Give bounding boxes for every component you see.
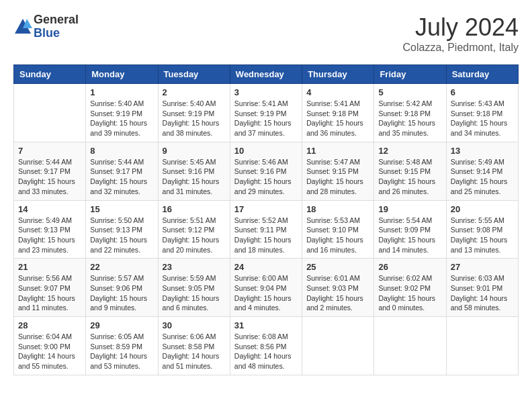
day-number: 15 [90, 204, 153, 214]
calendar-day-cell: 11Sunrise: 5:47 AMSunset: 9:15 PMDayligh… [302, 142, 374, 200]
calendar-day-cell [14, 84, 86, 142]
calendar-weekday-header: Tuesday [158, 65, 230, 84]
calendar-day-cell: 4Sunrise: 5:41 AMSunset: 9:18 PMDaylight… [302, 84, 374, 142]
calendar-day-cell: 13Sunrise: 5:49 AMSunset: 9:14 PMDayligh… [446, 142, 518, 200]
day-info: Sunrise: 5:50 AMSunset: 9:13 PMDaylight:… [90, 216, 153, 255]
calendar-week-row: 21Sunrise: 5:56 AMSunset: 9:07 PMDayligh… [14, 259, 519, 317]
day-info: Sunrise: 5:51 AMSunset: 9:12 PMDaylight:… [163, 216, 226, 255]
day-info: Sunrise: 5:45 AMSunset: 9:16 PMDaylight:… [163, 157, 226, 197]
day-info: Sunrise: 5:49 AMSunset: 9:14 PMDaylight:… [451, 157, 514, 197]
day-number: 12 [378, 146, 441, 156]
day-number: 30 [163, 320, 226, 330]
calendar-day-cell: 23Sunrise: 5:59 AMSunset: 9:05 PMDayligh… [158, 259, 230, 317]
calendar-week-row: 28Sunrise: 6:04 AMSunset: 9:00 PMDayligh… [14, 317, 519, 375]
day-number: 6 [451, 87, 514, 97]
calendar-body: 1Sunrise: 5:40 AMSunset: 9:19 PMDaylight… [14, 84, 519, 375]
day-number: 7 [18, 146, 81, 156]
day-number: 27 [451, 262, 514, 272]
calendar-day-cell: 28Sunrise: 6:04 AMSunset: 9:00 PMDayligh… [14, 317, 86, 375]
day-number: 2 [163, 87, 226, 97]
day-info: Sunrise: 6:03 AMSunset: 9:01 PMDaylight:… [451, 273, 514, 313]
day-info: Sunrise: 5:41 AMSunset: 9:19 PMDaylight:… [234, 99, 298, 138]
day-number: 25 [306, 262, 369, 272]
calendar-day-cell: 12Sunrise: 5:48 AMSunset: 9:15 PMDayligh… [374, 142, 446, 200]
logo-icon [13, 17, 32, 36]
day-info: Sunrise: 5:52 AMSunset: 9:11 PMDaylight:… [234, 216, 298, 255]
calendar-day-cell: 5Sunrise: 5:42 AMSunset: 9:18 PMDaylight… [374, 84, 446, 142]
calendar-day-cell: 26Sunrise: 6:02 AMSunset: 9:02 PMDayligh… [374, 259, 446, 317]
calendar-day-cell: 10Sunrise: 5:46 AMSunset: 9:16 PMDayligh… [230, 142, 302, 200]
calendar-day-cell: 19Sunrise: 5:54 AMSunset: 9:09 PMDayligh… [374, 200, 446, 259]
calendar-day-cell: 2Sunrise: 5:40 AMSunset: 9:19 PMDaylight… [158, 84, 230, 142]
day-info: Sunrise: 5:55 AMSunset: 9:08 PMDaylight:… [451, 216, 514, 255]
calendar-day-cell [446, 317, 518, 375]
day-number: 20 [451, 204, 514, 214]
day-number: 4 [306, 87, 369, 97]
day-number: 31 [234, 320, 298, 330]
day-number: 26 [378, 262, 441, 272]
day-number: 3 [234, 87, 298, 97]
calendar-weekday-header: Thursday [302, 65, 374, 84]
day-info: Sunrise: 5:40 AMSunset: 9:19 PMDaylight:… [163, 99, 226, 138]
day-info: Sunrise: 6:08 AMSunset: 8:56 PMDaylight:… [234, 332, 298, 371]
day-info: Sunrise: 5:40 AMSunset: 9:19 PMDaylight:… [90, 99, 153, 138]
day-info: Sunrise: 6:00 AMSunset: 9:04 PMDaylight:… [234, 273, 298, 313]
day-number: 16 [163, 204, 226, 214]
calendar-day-cell: 30Sunrise: 6:06 AMSunset: 8:58 PMDayligh… [158, 317, 230, 375]
day-number: 1 [90, 87, 153, 97]
day-number: 24 [234, 262, 298, 272]
calendar-day-cell: 8Sunrise: 5:44 AMSunset: 9:17 PMDaylight… [86, 142, 158, 200]
day-number: 29 [90, 320, 153, 330]
calendar-day-cell: 16Sunrise: 5:51 AMSunset: 9:12 PMDayligh… [158, 200, 230, 259]
day-info: Sunrise: 5:49 AMSunset: 9:13 PMDaylight:… [18, 216, 81, 255]
day-info: Sunrise: 5:41 AMSunset: 9:18 PMDaylight:… [306, 99, 369, 138]
calendar-week-row: 7Sunrise: 5:44 AMSunset: 9:17 PMDaylight… [14, 142, 519, 200]
calendar-table: SundayMondayTuesdayWednesdayThursdayFrid… [13, 64, 519, 375]
calendar-day-cell: 15Sunrise: 5:50 AMSunset: 9:13 PMDayligh… [86, 200, 158, 259]
calendar-week-row: 14Sunrise: 5:49 AMSunset: 9:13 PMDayligh… [14, 200, 519, 259]
calendar-day-cell: 21Sunrise: 5:56 AMSunset: 9:07 PMDayligh… [14, 259, 86, 317]
day-number: 21 [18, 262, 81, 272]
calendar-weekday-header: Wednesday [230, 65, 302, 84]
day-info: Sunrise: 5:47 AMSunset: 9:15 PMDaylight:… [306, 157, 369, 197]
logo: General Blue [13, 13, 79, 40]
day-number: 17 [234, 204, 298, 214]
day-info: Sunrise: 6:02 AMSunset: 9:02 PMDaylight:… [378, 273, 441, 313]
day-info: Sunrise: 5:56 AMSunset: 9:07 PMDaylight:… [18, 273, 81, 313]
day-number: 19 [378, 204, 441, 214]
day-info: Sunrise: 5:54 AMSunset: 9:09 PMDaylight:… [378, 216, 441, 255]
day-number: 10 [234, 146, 298, 156]
day-info: Sunrise: 5:42 AMSunset: 9:18 PMDaylight:… [378, 99, 441, 138]
day-info: Sunrise: 6:01 AMSunset: 9:03 PMDaylight:… [306, 273, 369, 313]
day-info: Sunrise: 5:48 AMSunset: 9:15 PMDaylight:… [378, 157, 441, 197]
day-info: Sunrise: 6:05 AMSunset: 8:59 PMDaylight:… [90, 332, 153, 371]
calendar-weekday-header: Friday [374, 65, 446, 84]
calendar-day-cell: 7Sunrise: 5:44 AMSunset: 9:17 PMDaylight… [14, 142, 86, 200]
calendar-weekday-header: Sunday [14, 65, 86, 84]
calendar-day-cell: 18Sunrise: 5:53 AMSunset: 9:10 PMDayligh… [302, 200, 374, 259]
day-info: Sunrise: 6:04 AMSunset: 9:00 PMDaylight:… [18, 332, 81, 371]
day-number: 14 [18, 204, 81, 214]
day-number: 18 [306, 204, 369, 214]
day-number: 11 [306, 146, 369, 156]
calendar-day-cell: 1Sunrise: 5:40 AMSunset: 9:19 PMDaylight… [86, 84, 158, 142]
day-info: Sunrise: 5:46 AMSunset: 9:16 PMDaylight:… [234, 157, 298, 197]
day-number: 22 [90, 262, 153, 272]
day-info: Sunrise: 5:53 AMSunset: 9:10 PMDaylight:… [306, 216, 369, 255]
logo-blue: Blue [34, 27, 79, 40]
day-info: Sunrise: 5:59 AMSunset: 9:05 PMDaylight:… [163, 273, 226, 313]
calendar-day-cell [374, 317, 446, 375]
calendar-day-cell: 20Sunrise: 5:55 AMSunset: 9:08 PMDayligh… [446, 200, 518, 259]
calendar-day-cell: 25Sunrise: 6:01 AMSunset: 9:03 PMDayligh… [302, 259, 374, 317]
day-number: 9 [163, 146, 226, 156]
calendar-day-cell: 24Sunrise: 6:00 AMSunset: 9:04 PMDayligh… [230, 259, 302, 317]
calendar-day-cell: 31Sunrise: 6:08 AMSunset: 8:56 PMDayligh… [230, 317, 302, 375]
logo-general: General [34, 13, 79, 27]
day-info: Sunrise: 5:57 AMSunset: 9:06 PMDaylight:… [90, 273, 153, 313]
day-number: 28 [18, 320, 81, 330]
page-header: General Blue July 2024 Colazza, Piedmont… [13, 13, 519, 54]
calendar-day-cell: 29Sunrise: 6:05 AMSunset: 8:59 PMDayligh… [86, 317, 158, 375]
day-number: 5 [378, 87, 441, 97]
calendar-day-cell: 3Sunrise: 5:41 AMSunset: 9:19 PMDaylight… [230, 84, 302, 142]
calendar-day-cell [302, 317, 374, 375]
